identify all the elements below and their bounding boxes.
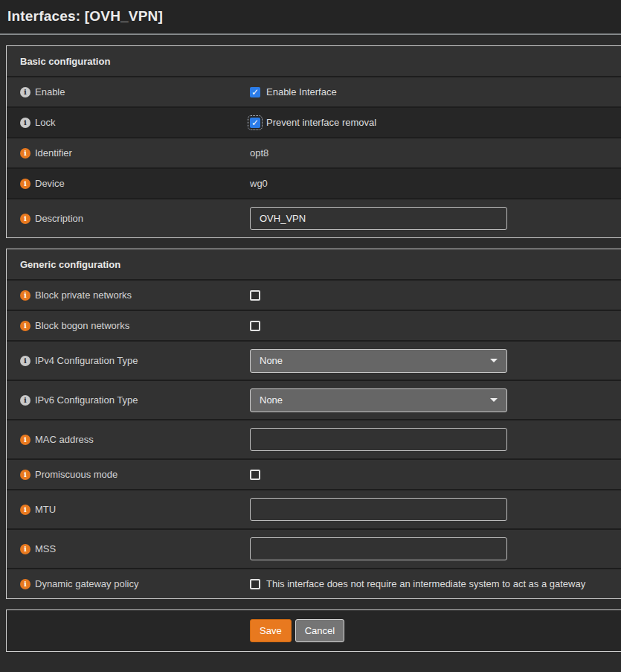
ipv6-configuration-type-select[interactable]: None bbox=[250, 388, 507, 412]
info-icon[interactable] bbox=[20, 321, 30, 331]
field-label-cell: Identifier bbox=[7, 138, 250, 167]
section-header-generic: Generic configuration bbox=[7, 249, 621, 279]
field-label: Lock bbox=[35, 117, 55, 128]
info-icon[interactable] bbox=[20, 579, 30, 589]
field-label: Device bbox=[35, 178, 65, 189]
enable-interface-checkbox[interactable] bbox=[250, 87, 260, 97]
field-control-cell: None bbox=[250, 342, 621, 380]
section-title: Generic configuration bbox=[20, 259, 120, 270]
identifier-value: opt8 bbox=[250, 147, 268, 159]
form-row-ipv6-configuration-type: IPv6 Configuration Type None bbox=[7, 380, 621, 419]
field-label-cell: MSS bbox=[7, 530, 250, 568]
form-row-device: Device wg0 bbox=[7, 167, 621, 198]
generic-configuration-panel: Generic configuration Block private netw… bbox=[6, 249, 621, 599]
info-icon[interactable] bbox=[20, 148, 30, 159]
form-row-block-bogon-networks: Block bogon networks bbox=[7, 310, 621, 340]
form-actions-panel: Save Cancel bbox=[6, 609, 621, 652]
form-row-mac-address: MAC address bbox=[7, 419, 621, 458]
promiscuous-mode-checkbox[interactable] bbox=[250, 470, 260, 480]
block-private-networks-checkbox[interactable] bbox=[250, 290, 260, 301]
section-header-basic: Basic configuration bbox=[7, 46, 621, 76]
field-label: Promiscuous mode bbox=[35, 469, 118, 480]
info-icon[interactable] bbox=[20, 87, 30, 97]
info-icon[interactable] bbox=[20, 290, 30, 301]
select-selected-value: None bbox=[260, 355, 283, 366]
field-label-cell: Lock bbox=[7, 108, 250, 137]
select-selected-value: None bbox=[260, 394, 283, 406]
save-button[interactable]: Save bbox=[250, 619, 292, 642]
mac-address-input[interactable] bbox=[250, 428, 507, 451]
form-row-promiscuous-mode: Promiscuous mode bbox=[7, 458, 621, 489]
field-label: MSS bbox=[35, 543, 56, 554]
enable-interface-checkbox-label[interactable]: Enable Interface bbox=[266, 86, 337, 97]
dynamic-gateway-policy-checkbox-label[interactable]: This interface does not require an inter… bbox=[266, 578, 585, 589]
field-control-cell: This interface does not require an inter… bbox=[250, 569, 621, 598]
mtu-input[interactable] bbox=[250, 498, 507, 521]
field-control-cell: opt8 bbox=[250, 138, 621, 167]
info-icon[interactable] bbox=[20, 118, 30, 128]
form-row-description: Description bbox=[7, 198, 621, 237]
form-row-lock: Lock Prevent interface removal bbox=[7, 106, 621, 137]
field-label: Dynamic gateway policy bbox=[35, 578, 138, 589]
mss-input[interactable] bbox=[250, 537, 507, 560]
field-label: Identifier bbox=[35, 147, 72, 159]
page-title: Interfaces: [OVH_VPN] bbox=[7, 8, 621, 25]
info-icon[interactable] bbox=[20, 214, 30, 224]
field-label: Description bbox=[35, 213, 83, 224]
page-header: Interfaces: [OVH_VPN] bbox=[0, 0, 621, 35]
field-label-cell: Block bogon networks bbox=[7, 311, 250, 340]
form-row-mtu: MTU bbox=[7, 489, 621, 528]
block-bogon-networks-checkbox[interactable] bbox=[250, 321, 260, 331]
field-label-cell: Promiscuous mode bbox=[7, 460, 250, 489]
field-control-cell: None bbox=[250, 381, 621, 419]
chevron-down-icon bbox=[490, 398, 498, 402]
field-label-cell: Description bbox=[7, 199, 250, 237]
field-label-cell: Device bbox=[7, 169, 250, 198]
description-input[interactable] bbox=[250, 207, 507, 230]
field-control-cell: Enable Interface bbox=[250, 77, 621, 106]
field-label-cell: IPv4 Configuration Type bbox=[7, 342, 250, 380]
basic-configuration-panel: Basic configuration Enable Enable Interf… bbox=[6, 45, 621, 238]
field-control-cell bbox=[250, 199, 621, 237]
prevent-removal-checkbox-label[interactable]: Prevent interface removal bbox=[266, 117, 376, 128]
info-icon[interactable] bbox=[20, 435, 30, 445]
info-icon[interactable] bbox=[20, 356, 30, 366]
field-label: Block bogon networks bbox=[35, 320, 129, 331]
field-label: IPv4 Configuration Type bbox=[35, 355, 138, 366]
field-control-cell bbox=[250, 311, 621, 340]
info-icon[interactable] bbox=[20, 395, 30, 406]
main-content: Basic configuration Enable Enable Interf… bbox=[0, 35, 621, 652]
field-label: MAC address bbox=[35, 434, 94, 445]
field-label-cell: Block private networks bbox=[7, 281, 250, 310]
field-control-cell bbox=[250, 490, 621, 528]
prevent-removal-checkbox[interactable] bbox=[250, 118, 260, 128]
field-label: MTU bbox=[35, 504, 56, 515]
field-control-cell bbox=[250, 530, 621, 568]
info-icon[interactable] bbox=[20, 505, 30, 515]
field-label-cell: IPv6 Configuration Type bbox=[7, 381, 250, 419]
cancel-button[interactable]: Cancel bbox=[295, 619, 344, 642]
field-label: IPv6 Configuration Type bbox=[35, 394, 138, 406]
form-row-identifier: Identifier opt8 bbox=[7, 137, 621, 167]
dynamic-gateway-policy-checkbox[interactable] bbox=[250, 579, 260, 589]
chevron-down-icon bbox=[490, 359, 498, 362]
section-title: Basic configuration bbox=[20, 56, 110, 67]
field-label-cell: MTU bbox=[7, 490, 250, 528]
field-control-cell bbox=[250, 460, 621, 489]
field-control-cell: wg0 bbox=[250, 169, 621, 198]
field-control-cell bbox=[250, 420, 621, 458]
field-label: Enable bbox=[35, 86, 65, 97]
info-icon[interactable] bbox=[20, 470, 30, 480]
form-row-block-private-networks: Block private networks bbox=[7, 279, 621, 310]
form-row-dynamic-gateway-policy: Dynamic gateway policy This interface do… bbox=[7, 568, 621, 598]
ipv4-configuration-type-select[interactable]: None bbox=[250, 349, 507, 373]
field-label-cell: MAC address bbox=[7, 420, 250, 458]
field-control-cell bbox=[250, 281, 621, 310]
field-label-cell: Dynamic gateway policy bbox=[7, 569, 250, 598]
info-icon[interactable] bbox=[20, 179, 30, 189]
device-value: wg0 bbox=[250, 178, 268, 189]
form-row-mss: MSS bbox=[7, 528, 621, 568]
info-icon[interactable] bbox=[20, 544, 30, 554]
field-control-cell: Prevent interface removal bbox=[250, 108, 621, 137]
form-row-enable: Enable Enable Interface bbox=[7, 76, 621, 106]
